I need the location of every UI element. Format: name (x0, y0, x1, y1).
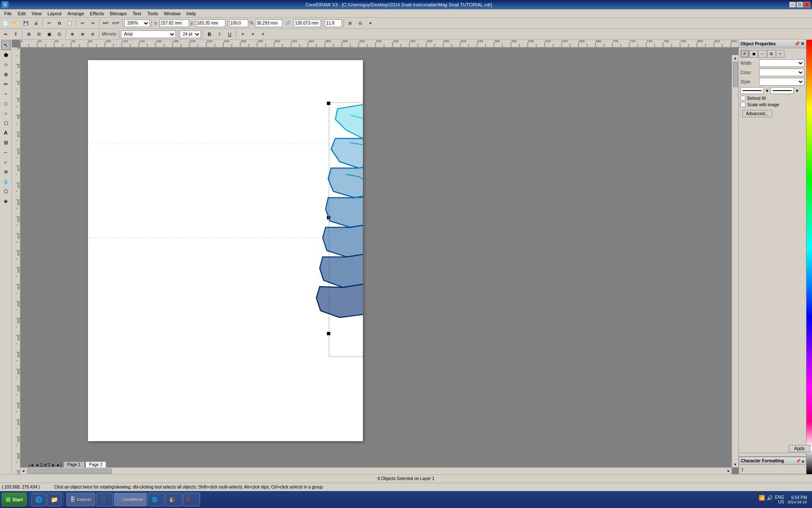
connector-tool[interactable]: ⌐ (1, 157, 11, 167)
smart-draw-tool[interactable]: ~ (1, 89, 11, 99)
align-left-btn[interactable]: ≡ (238, 30, 247, 39)
menu-tools[interactable]: Tools (145, 10, 161, 17)
scroll-left-btn[interactable]: ◄ (20, 468, 26, 474)
interactive-fill-tool[interactable]: ◈ (1, 196, 11, 206)
new-btn[interactable]: 📄 (1, 19, 10, 28)
eyedropper-tool[interactable]: 💧 (1, 177, 11, 186)
taskbar-folder[interactable]: 📁 (47, 493, 62, 506)
network-icon[interactable]: 📶 (759, 495, 765, 504)
copy-btn[interactable]: ⧉ (55, 19, 64, 28)
nav-last[interactable]: ►| (56, 463, 62, 467)
scroll-down-btn[interactable]: ▼ (732, 461, 738, 467)
print-btn[interactable]: 🖨 (31, 19, 41, 28)
snap-btn[interactable]: ⊞ (346, 19, 355, 28)
color-select[interactable] (759, 69, 804, 76)
volume-icon[interactable]: 🔊 (767, 495, 773, 504)
nav-next[interactable]: ► (51, 463, 55, 467)
misc-tab-btn[interactable]: ⊹ (776, 50, 785, 58)
line-preview-1[interactable] (741, 87, 764, 94)
bold-btn[interactable]: B (205, 30, 214, 39)
mirror-h-btn[interactable]: ⇔ (1, 30, 10, 39)
align-btn[interactable]: ⊞ (24, 30, 33, 39)
cut-btn[interactable]: ✂ (44, 19, 54, 28)
panel-close-btn[interactable]: ✕ (801, 41, 804, 47)
menu-file[interactable]: File (2, 10, 14, 17)
title-bar-controls[interactable]: ─ ⊡ ✕ (789, 2, 810, 8)
apply-btn[interactable]: Apply (789, 445, 806, 452)
y-input[interactable] (196, 19, 225, 27)
v-scroll-thumb[interactable] (733, 62, 738, 87)
clock-display[interactable]: 5:54 PM 2014-03-16 (787, 495, 807, 504)
taskbar-app-explorer[interactable]: 🗄 Explorer (66, 493, 95, 506)
taskbar-ie[interactable]: 🌐 (31, 493, 46, 506)
advanced-btn[interactable]: Advanced... (742, 110, 772, 117)
taskbar-app-unknown[interactable]: 🐌 (165, 493, 182, 506)
align-right-btn[interactable]: ≡ (258, 30, 268, 39)
select-tool[interactable]: ↖ (1, 41, 11, 50)
ungroup-btn[interactable]: ⊡ (55, 30, 64, 39)
import-btn[interactable]: IMP (101, 19, 110, 28)
align-center-btn[interactable]: ≡ (248, 30, 258, 39)
scale-image-checkbox[interactable] (741, 102, 746, 107)
taskbar-app-chrome[interactable]: 🌐 (148, 493, 165, 506)
group-btn[interactable]: ▣ (44, 30, 54, 39)
menu-arrange[interactable]: Arrange (65, 10, 86, 17)
intersect-btn[interactable]: ⊘ (88, 30, 97, 39)
redo-btn[interactable]: ↪ (88, 19, 97, 28)
distribute-btn[interactable]: ⊟ (34, 30, 44, 39)
menu-bitmaps[interactable]: Bitmaps (107, 10, 129, 17)
system-tray[interactable]: 📶 🔊 ENGUS 5:54 PM 2014-03-16 (759, 495, 810, 504)
dimension-tool[interactable]: ↔ (1, 148, 11, 157)
export-btn[interactable]: EXP (111, 19, 121, 28)
rotation-input[interactable] (325, 19, 342, 27)
nav-first[interactable]: |◄ (29, 463, 34, 467)
lock-ratio-btn[interactable]: 🔗 (283, 19, 293, 28)
taskbar-app-ppt[interactable]: P (183, 493, 200, 506)
close-btn[interactable]: ✕ (804, 2, 810, 8)
blend-tool[interactable]: ≋ (1, 167, 11, 177)
char-panel-pin[interactable]: 📌 (796, 459, 801, 463)
vertical-scrollbar[interactable]: ▲ ▼ (732, 55, 738, 467)
underline-btn[interactable]: U (225, 30, 234, 39)
w-mm-input[interactable] (255, 19, 283, 27)
menu-view[interactable]: View (29, 10, 44, 17)
x-input[interactable] (159, 19, 189, 27)
canvas-container[interactable]: × (12, 40, 738, 474)
arrows-tab-btn[interactable]: ↔ (758, 50, 767, 58)
polygon-tool[interactable]: ⬡ (1, 119, 11, 128)
behind-fill-checkbox[interactable] (741, 96, 746, 101)
h-scroll-thumb[interactable] (27, 469, 112, 474)
char-panel-expand[interactable]: ▲ (801, 459, 805, 463)
save-btn[interactable]: 💾 (21, 19, 30, 28)
restore-btn[interactable]: ⊡ (796, 2, 803, 8)
menu-layout[interactable]: Layout (45, 10, 64, 17)
crop-tool[interactable]: ⊹ (1, 60, 11, 69)
rectangle-tool[interactable]: □ (1, 99, 11, 108)
zoom-select[interactable]: 200%100%50%Fit Page (124, 19, 150, 27)
taskbar-app-corel[interactable]: X CorelDRAW (114, 493, 147, 506)
page-tab-2[interactable]: Page 2 (85, 461, 107, 467)
freehand-tool[interactable]: ✏ (1, 80, 11, 89)
menu-text[interactable]: Text (130, 10, 144, 17)
shape-tool[interactable]: ⬟ (1, 50, 11, 60)
font-select[interactable]: Arial (121, 30, 176, 38)
page-tab-1[interactable]: Page 1 (63, 461, 85, 467)
nudge-btn[interactable]: ✦ (366, 19, 375, 28)
minimize-btn[interactable]: ─ (789, 2, 796, 8)
menu-effects[interactable]: Effects (88, 10, 107, 17)
taskbar-app-media[interactable]: 🎵 (96, 493, 113, 506)
italic-btn[interactable]: I (215, 30, 224, 39)
line-preview-2[interactable] (771, 87, 794, 94)
pattern-tab-btn[interactable]: ⊞ (767, 50, 776, 58)
menu-help[interactable]: Help (184, 10, 199, 17)
text-tool[interactable]: A (1, 128, 11, 138)
zoom-tool[interactable]: ⊕ (1, 70, 11, 79)
break-btn[interactable]: ⊗ (78, 30, 87, 39)
horizontal-scrollbar[interactable]: ◄ ► (20, 467, 732, 474)
width-select[interactable] (759, 59, 804, 67)
paste-btn[interactable]: 📋 (65, 19, 74, 28)
fill-tool[interactable]: ⬡ (1, 187, 11, 196)
open-btn[interactable]: 📂 (11, 19, 20, 28)
canvas-viewport[interactable]: × (20, 47, 738, 474)
nav-prev[interactable]: ◄ (35, 463, 39, 467)
